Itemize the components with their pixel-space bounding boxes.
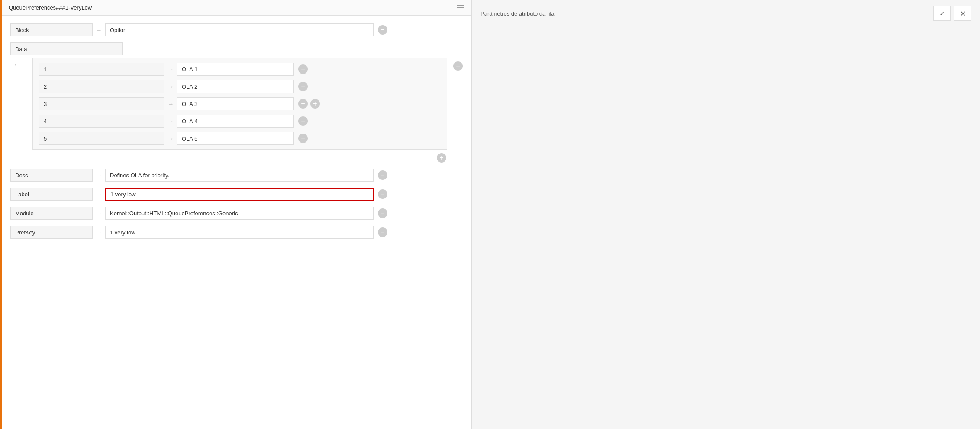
data-remove-button-5[interactable] [298,134,308,143]
right-panel: Parâmetros de atributo da fila. ✓ ✕ [472,0,980,429]
label-row: Label → 1 very low [10,188,463,201]
data-arrow-2: → [168,83,174,90]
module-row: Module → Kernel::Output::HTML::QueuePref… [10,207,463,220]
label-value[interactable]: 1 very low [105,188,374,201]
main-content: Block → Option Data → 1 → OLA 1 [0,16,471,429]
left-panel: QueuePreferences###1-VeryLow Block → Opt… [0,0,472,429]
prefkey-value[interactable]: 1 very low [105,226,374,239]
module-label: Module [10,207,93,220]
data-key-5[interactable]: 5 [39,132,164,145]
block-label: Block [10,23,93,36]
module-remove-button[interactable] [378,208,387,218]
data-value-1[interactable]: OLA 1 [177,63,294,76]
accent-border [0,0,2,429]
data-header-row: Data [10,42,463,55]
data-label: Data [10,42,123,55]
data-item-row-2: 2 → OLA 2 [39,80,441,93]
data-arrow-1: → [168,66,174,73]
label-label: Label [10,188,93,201]
desc-remove-button[interactable] [378,170,387,180]
data-section: Data → 1 → OLA 1 2 [10,42,463,163]
data-section-add-button[interactable] [437,153,446,163]
data-item-row-3: 3 → OLA 3 [39,97,441,110]
data-key-3[interactable]: 3 [39,97,164,110]
data-remove-button-1[interactable] [298,64,308,74]
data-key-1[interactable]: 1 [39,63,164,76]
data-value-5[interactable]: OLA 5 [177,132,294,145]
data-section-remove-button[interactable] [453,61,463,71]
prefkey-label: PrefKey [10,226,93,239]
desc-row: Desc → Defines OLA for priority. [10,169,463,182]
desc-label: Desc [10,169,93,182]
data-value-2[interactable]: OLA 2 [177,80,294,93]
data-remove-button-4[interactable] [298,116,308,126]
data-value-4[interactable]: OLA 4 [177,115,294,128]
cancel-button[interactable]: ✕ [954,6,971,21]
data-arrow-3: → [168,101,174,107]
block-row: Block → Option [10,23,463,36]
data-item-row-4: 4 → OLA 4 [39,115,441,128]
block-arrow: → [96,27,102,33]
hamburger-icon[interactable] [457,5,464,10]
data-key-2[interactable]: 2 [39,80,164,93]
data-arrow-5: → [168,135,174,142]
data-add-button-3[interactable] [310,99,320,109]
label-arrow: → [96,191,102,198]
data-remove-button-2[interactable] [298,82,308,91]
right-panel-title: Parâmetros de atributo da fila. [480,10,556,17]
data-item-row-1: 1 → OLA 1 [39,63,441,76]
desc-value[interactable]: Defines OLA for priority. [105,169,374,182]
prefkey-arrow: → [96,229,102,236]
data-item-row-5: 5 → OLA 5 [39,132,441,145]
prefkey-row: PrefKey → 1 very low [10,226,463,239]
block-remove-button[interactable] [378,25,387,35]
module-arrow: → [96,210,102,217]
header-bar: QueuePreferences###1-VeryLow [0,0,471,16]
right-panel-actions: ✓ ✕ [933,6,971,21]
label-remove-button[interactable] [378,189,387,199]
data-value-3[interactable]: OLA 3 [177,97,294,110]
data-arrow-4: → [168,118,174,125]
prefkey-remove-button[interactable] [378,227,387,237]
module-value[interactable]: Kernel::Output::HTML::QueuePreferences::… [105,207,374,220]
data-indent-arrow: → [11,61,17,68]
right-panel-header: Parâmetros de atributo da fila. ✓ ✕ [480,6,971,28]
block-value[interactable]: Option [105,23,374,36]
data-rows-container: 1 → OLA 1 2 → OLA 2 [32,58,447,150]
desc-arrow: → [96,172,102,179]
data-key-4[interactable]: 4 [39,115,164,128]
confirm-button[interactable]: ✓ [933,6,951,21]
page-title: QueuePreferences###1-VeryLow [9,4,92,11]
data-remove-button-3[interactable] [298,99,308,109]
